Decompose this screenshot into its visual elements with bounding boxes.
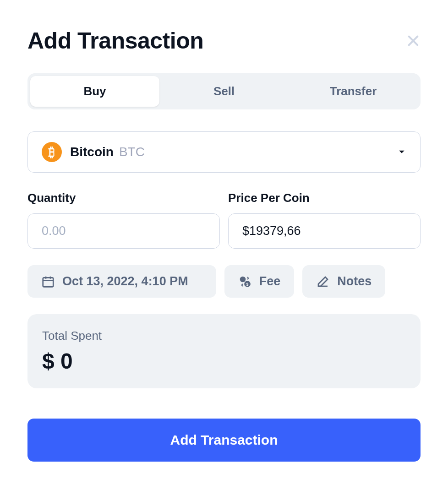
price-label: Price Per Coin: [228, 191, 421, 205]
page-title: Add Transaction: [27, 27, 203, 54]
price-input[interactable]: [228, 213, 421, 249]
quantity-input[interactable]: [27, 213, 220, 249]
tab-transfer[interactable]: Transfer: [289, 76, 418, 107]
fee-label: Fee: [259, 274, 281, 288]
close-icon[interactable]: [406, 33, 421, 48]
coin-selector[interactable]: ₿ Bitcoin BTC: [27, 131, 421, 173]
add-transaction-button[interactable]: Add Transaction: [27, 419, 421, 462]
transaction-type-tabs: Buy Sell Transfer: [27, 73, 421, 109]
svg-point-6: [240, 276, 246, 282]
svg-text:$: $: [246, 282, 248, 286]
coin-symbol: BTC: [119, 145, 145, 159]
notes-label: Notes: [337, 274, 372, 288]
total-box: Total Spent $ 0: [27, 314, 421, 388]
fee-icon: $: [238, 275, 252, 288]
date-chip[interactable]: Oct 13, 2022, 4:10 PM: [27, 265, 216, 298]
bitcoin-icon: ₿: [42, 142, 62, 162]
notes-icon: [316, 275, 330, 288]
chevron-down-icon: [397, 147, 406, 157]
tab-sell[interactable]: Sell: [159, 76, 289, 107]
coin-name: Bitcoin: [70, 145, 114, 159]
tab-buy[interactable]: Buy: [30, 76, 159, 107]
calendar-icon: [41, 275, 55, 288]
total-value: $ 0: [42, 348, 406, 374]
date-label: Oct 13, 2022, 4:10 PM: [62, 274, 188, 288]
notes-chip[interactable]: Notes: [302, 265, 385, 298]
svg-rect-2: [43, 278, 54, 287]
quantity-label: Quantity: [27, 191, 220, 205]
fee-chip[interactable]: $ Fee: [224, 265, 295, 298]
total-label: Total Spent: [42, 329, 406, 343]
